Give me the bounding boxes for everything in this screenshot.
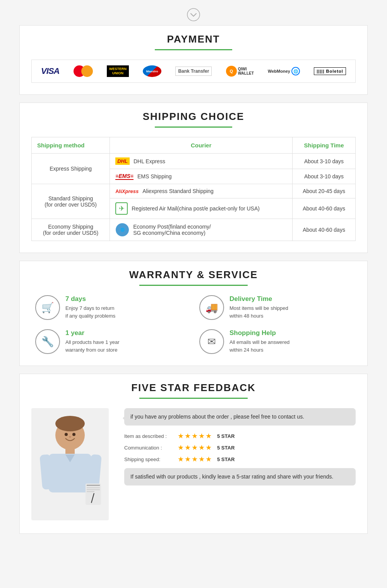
help-highlight: Shopping Help	[229, 329, 289, 337]
svg-rect-9	[86, 484, 101, 505]
ali-name: Aliexpress Standard Shipping	[142, 188, 214, 194]
stars-3: ★ ★ ★ ★ ★	[178, 455, 212, 463]
rating-label-1: Item as described :	[124, 433, 175, 439]
economy-method: Economy Shipping(for order under USD5)	[32, 219, 110, 241]
return-highlight: 7 days	[65, 295, 115, 303]
star-badge-3: 5 STAR	[217, 456, 235, 462]
cart-icon: 🛒	[35, 295, 60, 320]
warranty-item-delivery: 🚚 Delivery Time Most items will be shipp…	[199, 295, 352, 320]
warranty-help-text: Shopping Help All emails will be answere…	[229, 329, 289, 354]
ems-logo: ≡EMS≡	[115, 173, 134, 180]
payment-underline	[155, 49, 232, 50]
chevron-icon	[19, 4, 368, 25]
feedback-underline	[139, 398, 248, 399]
payment-section: PAYMENT VISA WESTERNUNION Maestro Bank T…	[19, 25, 368, 95]
star-badge-1: 5 STAR	[217, 433, 235, 439]
warranty-item-warranty: 🔧 1 year All products have 1 yearwarrant…	[35, 329, 188, 354]
express-method: Express Shipping	[32, 154, 110, 184]
shipping-section: SHIPPING CHOICE Shipping method Courier …	[19, 103, 368, 253]
economy-name: Economy Post(finland economy/SG economy/…	[133, 224, 211, 236]
dhl-name: DHL Express	[134, 158, 165, 164]
ems-courier-cell: ≡EMS≡ EMS Shipping	[110, 169, 293, 184]
webmoney-logo: WebMoney 🌐	[268, 67, 300, 75]
return-description: Enjoy 7 days to returnif any quality pro…	[65, 304, 115, 320]
help-description: All emails will be answeredwithin 24 hou…	[229, 338, 289, 354]
stars-2: ★ ★ ★ ★ ★	[178, 443, 212, 452]
mastercard-logo	[74, 65, 93, 77]
svg-point-15	[65, 433, 68, 436]
svg-point-16	[72, 433, 75, 436]
rating-row-2: Communication : ★ ★ ★ ★ ★ 5 STAR	[124, 443, 356, 452]
year-description: All products have 1 yearwarranty from ou…	[65, 338, 119, 354]
warranty-underline	[139, 285, 248, 286]
shipping-header-method: Shipping method	[32, 137, 110, 154]
email-icon: ✉	[199, 329, 224, 354]
svg-rect-12	[87, 489, 100, 490]
visa-logo: VISA	[41, 66, 59, 76]
regmail-name: Registered Air Mail(china post/e packet-…	[132, 205, 260, 212]
delivery-description: Most items will be shippedwithin 48 hour…	[229, 304, 288, 320]
dhl-time: About 3-10 days	[293, 154, 356, 169]
bottom-message: If satisfied with our products , kindly …	[130, 473, 333, 480]
standard-method: Standard Shipping(for order over USD5)	[32, 184, 110, 219]
feedback-section: FIVE STAR FEEDBACK	[19, 374, 368, 534]
rating-row-3: Shipping speed: ★ ★ ★ ★ ★ 5 STAR	[124, 455, 356, 463]
ali-logo: AliXpress	[115, 188, 139, 194]
maestro-logo: Maestro	[143, 65, 161, 77]
top-message: if you have any problems about the order…	[130, 414, 304, 420]
top-speech-bubble: if you have any problems about the order…	[124, 408, 356, 426]
ali-time: About 20-45 days	[293, 184, 356, 198]
payment-title: PAYMENT	[31, 33, 356, 45]
delivery-highlight: Delivery Time	[229, 295, 288, 303]
feedback-title: FIVE STAR FEEDBACK	[31, 382, 356, 394]
regmail-courier-cell: ✈ Registered Air Mail(china post/e packe…	[110, 198, 293, 219]
ali-courier-cell: AliXpress Aliexpress Standard Shipping	[110, 184, 293, 198]
table-row: Express Shipping DHL DHL Express About 3…	[32, 154, 356, 169]
warranty-title: WARRANTY & SERVICE	[31, 269, 356, 281]
feedback-right: if you have any problems about the order…	[124, 408, 356, 485]
warranty-section: WARRANTY & SERVICE 🛒 7 days Enjoy 7 days…	[19, 261, 368, 366]
svg-rect-13	[87, 491, 94, 492]
tools-icon: 🔧	[35, 329, 60, 354]
rating-label-3: Shipping speed:	[124, 456, 175, 462]
feedback-content: if you have any problems about the order…	[31, 408, 356, 522]
truck-icon: 🚚	[199, 295, 224, 320]
regmail-time: About 40-60 days	[293, 198, 356, 219]
stars-1: ★ ★ ★ ★ ★	[178, 432, 212, 440]
warranty-delivery-text: Delivery Time Most items will be shipped…	[229, 295, 288, 320]
shipping-header-time: Shipping Time	[293, 137, 356, 154]
person-image	[31, 408, 116, 522]
dhl-logo: DHL	[115, 157, 130, 165]
warranty-grid: 🛒 7 days Enjoy 7 days to returnif any qu…	[31, 295, 356, 354]
dhl-courier-cell: DHL DHL Express	[110, 154, 293, 169]
star-badge-2: 5 STAR	[217, 445, 235, 451]
svg-rect-11	[87, 487, 100, 488]
warranty-return-text: 7 days Enjoy 7 days to returnif any qual…	[65, 295, 115, 320]
ems-name: EMS Shipping	[137, 173, 172, 179]
western-union-logo: WESTERNUNION	[107, 65, 129, 77]
shipping-title: SHIPPING CHOICE	[31, 111, 356, 123]
un-icon: 🌐	[115, 223, 129, 237]
warranty-item-return: 🛒 7 days Enjoy 7 days to returnif any qu…	[35, 295, 188, 320]
ems-time: About 3-10 days	[293, 169, 356, 184]
rating-label-2: Communication :	[124, 445, 175, 451]
economy-courier-cell: 🌐 Economy Post(finland economy/SG econom…	[110, 219, 293, 241]
svg-rect-10	[87, 485, 100, 486]
svg-point-3	[55, 416, 85, 431]
bottom-speech-bubble: If satisfied with our products , kindly …	[124, 468, 356, 485]
rating-row-1: Item as described : ★ ★ ★ ★ ★ 5 STAR	[124, 432, 356, 440]
page-wrapper: PAYMENT VISA WESTERNUNION Maestro Bank T…	[19, 0, 368, 545]
warranty-year-text: 1 year All products have 1 yearwarranty …	[65, 329, 119, 354]
shipping-table: Shipping method Courier Shipping Time Ex…	[31, 137, 356, 241]
shipping-underline	[155, 126, 232, 128]
payment-logos: VISA WESTERNUNION Maestro Bank Transfer …	[31, 60, 356, 83]
year-highlight: 1 year	[65, 329, 119, 337]
regmail-icon: ✈	[115, 202, 128, 215]
table-row: Standard Shipping(for order over USD5) A…	[32, 184, 356, 198]
warranty-item-help: ✉ Shopping Help All emails will be answe…	[199, 329, 352, 354]
table-row: Economy Shipping(for order under USD5) 🌐…	[32, 219, 356, 241]
economy-time: About 40-60 days	[293, 219, 356, 241]
svg-point-0	[187, 9, 200, 21]
bank-transfer-logo: Bank Transfer	[175, 67, 212, 76]
qiwi-logo: Q QIWIWALLET	[226, 66, 254, 77]
